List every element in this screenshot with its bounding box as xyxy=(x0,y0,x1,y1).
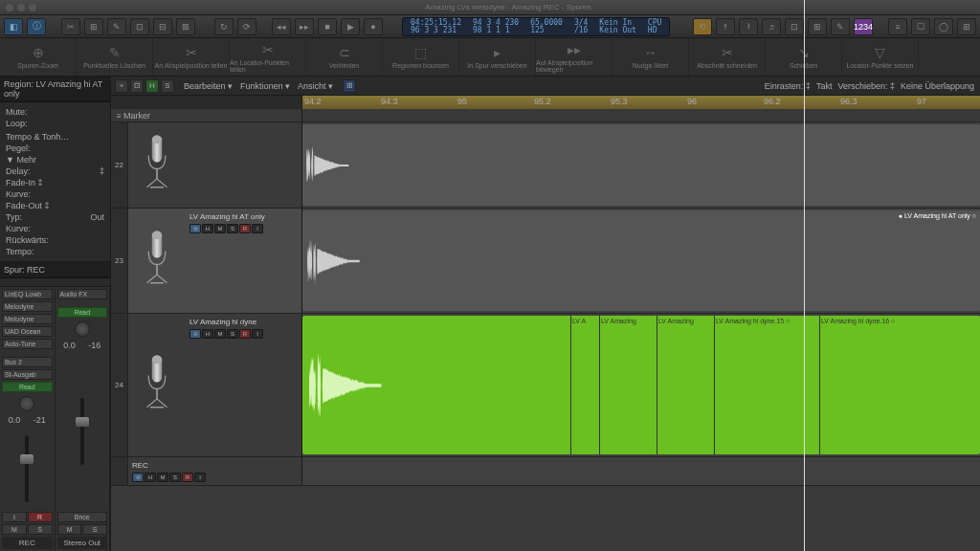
rewind-btn[interactable]: ◂◂ xyxy=(272,18,291,35)
ch-btn-Bnce[interactable]: Bnce xyxy=(57,512,108,522)
inspector-row[interactable]: Delay:‡ xyxy=(6,165,104,177)
insert-slot[interactable]: LinEQ Lowb xyxy=(2,289,53,299)
volume-fader[interactable] xyxy=(2,427,53,510)
track-menu[interactable]: Funktionen ▾ xyxy=(240,81,290,91)
inspector-row[interactable]: Typ:Out xyxy=(6,211,104,223)
track-btn-R[interactable]: R xyxy=(239,224,251,233)
h-btn[interactable]: H xyxy=(145,79,159,93)
tool-Verbinden[interactable]: ⊂Verbinden xyxy=(306,38,383,76)
ch-btn-I[interactable]: I xyxy=(2,512,27,522)
volume-fader[interactable] xyxy=(57,352,108,510)
track-btn-I[interactable]: I xyxy=(252,224,263,233)
insert-slot[interactable]: Melodyne xyxy=(2,301,53,312)
automation-mode[interactable]: Read xyxy=(57,307,108,318)
track-btn-M[interactable]: M xyxy=(214,224,226,233)
inspector-row[interactable]: Mute: xyxy=(6,106,104,118)
notes-btn[interactable]: ☐ xyxy=(911,18,930,35)
track-btn-⊘[interactable]: ⊘ xyxy=(189,224,201,233)
toolbar-btn[interactable]: ⊠ xyxy=(176,18,195,35)
btn[interactable]: ⫲ xyxy=(739,18,758,35)
track-menu[interactable]: Bearbeiten ▾ xyxy=(184,81,233,91)
insert-slot[interactable]: Auto-Tune xyxy=(2,339,53,349)
track-btn-H[interactable]: H xyxy=(202,224,213,233)
dup-track-btn[interactable]: ⊡ xyxy=(130,79,144,93)
marker-lane-head[interactable]: ≡ Marker xyxy=(111,109,302,122)
ch-btn-S[interactable]: S xyxy=(82,524,107,535)
tool-Spuren-Zoom[interactable]: ⊕Spuren-Zoom xyxy=(0,38,77,76)
inspector-row[interactable]: Tempo & Tonh… xyxy=(6,131,104,143)
track-lane[interactable]: LV ALV AmazingLV AmazingLV Amazing hi dy… xyxy=(302,314,980,456)
lcd-display[interactable]: 04:25:15.1296 3 3 231 94 3 4 23098 1 1 1… xyxy=(402,17,670,36)
loops-btn[interactable]: ◯ xyxy=(934,18,953,35)
count-btn[interactable]: 1234 xyxy=(854,18,873,35)
automation-mode[interactable]: Read xyxy=(2,382,53,392)
insert-slot[interactable]: UAD Ocean xyxy=(2,326,53,337)
track-header[interactable]: 23LV Amazing hi AT only⊘HMSRI xyxy=(111,209,302,313)
toolbar-btn[interactable]: ⊡ xyxy=(130,18,149,35)
tool-Abschnitt schneiden[interactable]: ✂Abschnitt schneiden xyxy=(689,38,766,76)
track-header[interactable]: 22 xyxy=(111,122,302,208)
track-name[interactable]: LV Amazing hi dyne xyxy=(189,318,298,326)
inspector-row[interactable]: Rückwärts: xyxy=(6,234,104,246)
toolbar-btn[interactable]: ⊞ xyxy=(84,18,103,35)
track-name[interactable]: LV Amazing hi AT only xyxy=(189,212,298,221)
btn[interactable]: ✎ xyxy=(831,18,850,35)
ch-btn-R[interactable]: R xyxy=(28,512,53,522)
track-btn-S[interactable]: S xyxy=(227,224,238,233)
stop-btn[interactable]: ■ xyxy=(318,18,337,35)
tool-In Spur verschieben[interactable]: ▸In Spur verschieben xyxy=(459,38,536,76)
track-menu[interactable]: Ansicht ▾ xyxy=(298,81,333,91)
tool-Locator-Punkte setzen[interactable]: ▽Locator-Punkte setzen xyxy=(842,38,919,76)
region-inspector-header[interactable]: Region: LV Amazing hi AT only xyxy=(0,77,110,102)
inspector-row[interactable]: Fade-Out ‡ xyxy=(6,200,104,211)
pan-knob[interactable] xyxy=(19,396,34,411)
cycle-btn[interactable]: ↻ xyxy=(214,18,234,35)
inspector-toggle[interactable]: ⓘ xyxy=(27,18,46,35)
insert-slot[interactable]: Melodyne xyxy=(2,314,53,324)
list-btn[interactable]: ≡ xyxy=(888,18,907,35)
track-btn-S[interactable]: S xyxy=(169,473,181,482)
ch-btn-M[interactable]: M xyxy=(2,524,27,535)
track-icon[interactable] xyxy=(128,314,186,456)
track-btn-H[interactable]: H xyxy=(202,329,213,339)
channel-name[interactable]: Stereo Out xyxy=(57,537,108,549)
ch-btn-S[interactable]: S xyxy=(28,524,53,535)
track-header[interactable]: 24LV Amazing hi dyne⊘HMSRI xyxy=(111,314,302,456)
playhead[interactable] xyxy=(804,122,805,551)
play-btn[interactable]: ▶ xyxy=(341,18,360,35)
inspector-row[interactable]: Fade-In ‡ xyxy=(6,177,104,188)
track-btn-M[interactable]: M xyxy=(214,329,226,339)
inspector-row[interactable]: Pegel: xyxy=(6,143,104,154)
track-header[interactable]: REC⊘HMSRI xyxy=(111,457,302,485)
toolbar-btn[interactable]: ✂ xyxy=(61,18,80,35)
send-slot[interactable]: Bus 2 xyxy=(2,357,53,367)
track-name[interactable]: REC xyxy=(132,461,298,470)
inspector-row[interactable]: Kurve: xyxy=(6,223,104,234)
ruler-option[interactable]: Keine Überlappung xyxy=(901,81,974,91)
btn[interactable]: ⊡ xyxy=(785,18,804,35)
track-btn-M[interactable]: M xyxy=(157,473,168,482)
audio-region[interactable]: ● LV Amazing hi AT only ○ xyxy=(302,210,980,311)
toolbar-btn[interactable]: ⊟ xyxy=(153,18,172,35)
tool-Punktuelles Löschen[interactable]: ✎Punktuelles Löschen xyxy=(77,38,153,76)
inspector-row[interactable]: Tempo: xyxy=(6,246,104,257)
audio-region[interactable] xyxy=(302,124,980,206)
tool-Regionen bouncen[interactable]: ⬚Regionen bouncen xyxy=(383,38,459,76)
track-btn-R[interactable]: R xyxy=(182,473,193,482)
track-icon[interactable] xyxy=(128,122,186,208)
traffic-lights[interactable] xyxy=(6,4,36,11)
browser-btn[interactable]: ⊞ xyxy=(957,18,976,35)
forward-btn[interactable]: ▸▸ xyxy=(295,18,314,35)
sync-btn[interactable]: ⟲ xyxy=(693,18,712,35)
channel-name[interactable]: REC xyxy=(2,537,53,549)
bar-ruler[interactable]: 94.294.39595.295.39696.296.39797.2 xyxy=(302,96,980,109)
track-lane[interactable] xyxy=(302,122,980,208)
ruler-option[interactable]: Takt xyxy=(816,81,833,91)
record-btn[interactable]: ● xyxy=(364,18,383,35)
btn[interactable]: ⊞ xyxy=(808,18,827,35)
ch-btn-M[interactable]: M xyxy=(57,524,82,535)
track-btn-⊘[interactable]: ⊘ xyxy=(132,473,144,482)
track-btn-S[interactable]: S xyxy=(227,329,238,339)
audio-region[interactable]: LV ALV AmazingLV AmazingLV Amazing hi dy… xyxy=(302,316,980,454)
track-btn-I[interactable]: I xyxy=(252,329,263,339)
